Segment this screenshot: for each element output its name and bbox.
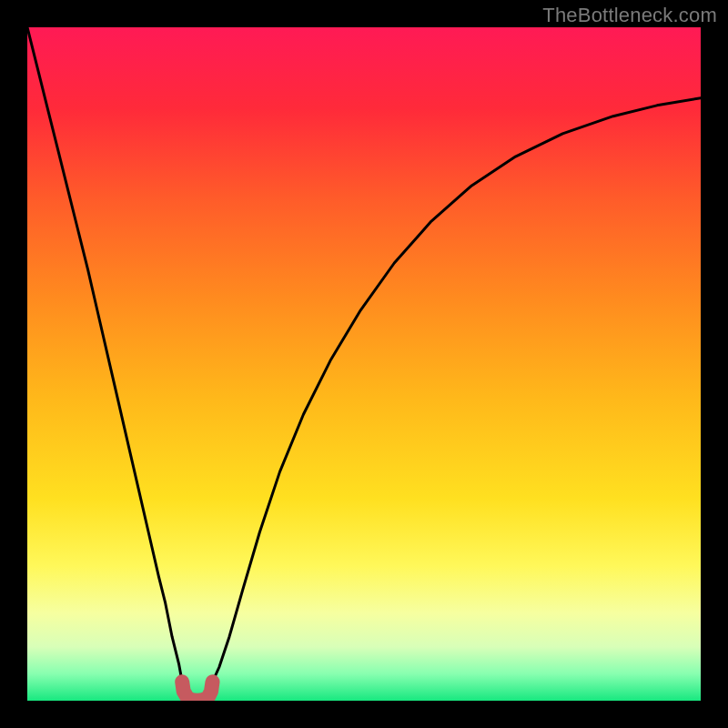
chart-svg: [27, 27, 701, 701]
chart-background: [27, 27, 701, 701]
watermark-text: TheBottleneck.com: [542, 4, 717, 27]
outer-frame: TheBottleneck.com: [0, 0, 728, 728]
plot-area: [27, 27, 701, 701]
